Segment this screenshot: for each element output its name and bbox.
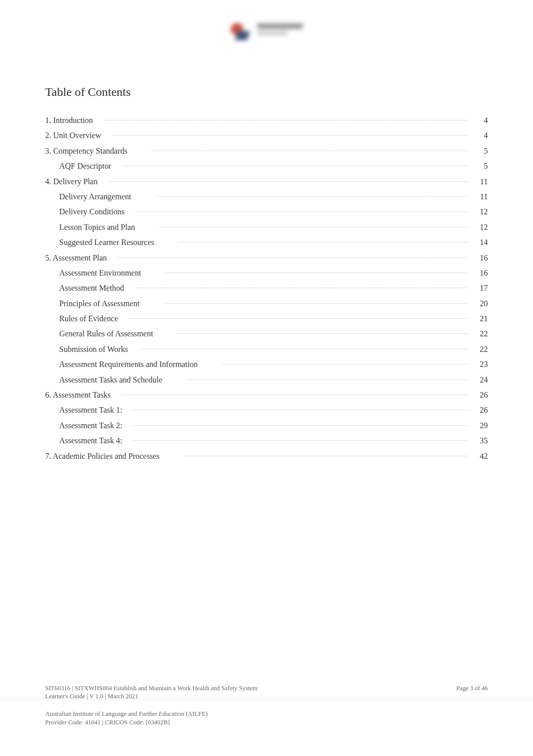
- footer-org: Australian Institute of Language and Fur…: [45, 710, 488, 727]
- toc-entry-label: Delivery Arrangement: [45, 189, 131, 204]
- toc-entry-page: 4: [475, 113, 488, 128]
- toc-entry-page: 5: [475, 144, 488, 159]
- toc-entry-page: 16: [475, 266, 488, 281]
- toc-entry-page: 17: [475, 281, 488, 296]
- toc-leader: [129, 318, 468, 319]
- toc-entry-label: Principles of Assessment: [45, 296, 140, 311]
- page-title: Table of Contents: [45, 85, 488, 99]
- toc-entry-label: Delivery Conditions: [45, 204, 124, 219]
- toc-entry: Submission of Works 22: [45, 342, 488, 357]
- table-of-contents: 1. Introduction 4 2. Unit Overview 4 3. …: [45, 113, 488, 464]
- toc-entry: Assessment Task 2: 29: [45, 418, 488, 433]
- header-logo: [230, 20, 303, 40]
- toc-entry-label: Assessment Requirements and Information: [45, 357, 198, 372]
- document-page: Table of Contents 1. Introduction 4 2. U…: [0, 0, 533, 756]
- toc-entry-page: 35: [475, 433, 488, 448]
- toc-entry-label: 5. Assessment Plan: [45, 250, 107, 266]
- toc-leader: [136, 211, 468, 212]
- toc-entry-page: 11: [475, 189, 488, 204]
- toc-entry: Assessment Tasks and Schedule 24: [45, 372, 488, 388]
- toc-entry-label: Assessment Task 4:: [45, 433, 122, 448]
- footer-doc-ref-line1: SIT60316 | SITXWHS004 Establish and Main…: [45, 684, 257, 693]
- toc-entry: Assessment Task 4: 35: [45, 433, 488, 448]
- footer-org-line2: Provider Code: 41041 | CRICOS Code: [034…: [45, 718, 488, 727]
- toc-leader: [118, 258, 468, 258]
- toc-entry: Assessment Environment 16: [45, 266, 488, 281]
- toc-entry-label: 3. Competency Standards: [45, 144, 127, 159]
- toc-leader: [222, 364, 468, 364]
- toc-entry-label: Assessment Environment: [45, 266, 141, 281]
- toc-entry-label: Assessment Task 2:: [45, 418, 122, 433]
- toc-entry: 1. Introduction 4: [45, 113, 488, 128]
- toc-leader: [139, 349, 468, 349]
- toc-leader: [164, 303, 468, 304]
- toc-entry: Lesson Topics and Plan 12: [45, 220, 488, 235]
- toc-entry-label: Rules of Evidence: [45, 311, 118, 326]
- toc-leader: [112, 135, 468, 136]
- toc-entry-page: 12: [475, 220, 488, 235]
- page-footer: SIT60316 | SITXWHS004 Establish and Main…: [45, 684, 488, 727]
- toc-leader: [134, 425, 468, 426]
- toc-entry-label: 6. Assessment Tasks: [45, 388, 111, 403]
- toc-entry-page: 26: [475, 403, 488, 418]
- toc-entry-label: 7. Academic Policies and Processes: [45, 449, 160, 464]
- toc-entry-label: Assessment Method: [45, 281, 124, 296]
- toc-entry: 6. Assessment Tasks 26: [45, 388, 488, 403]
- toc-entry-page: 11: [475, 174, 488, 189]
- toc-entry: 3. Competency Standards 5: [45, 144, 488, 159]
- toc-entry-label: 2. Unit Overview: [45, 128, 101, 143]
- toc-leader: [134, 410, 468, 410]
- toc-leader: [159, 227, 468, 227]
- footer-doc-ref-line2: Learner's Guide | V 1.0 | March 2021: [45, 692, 257, 701]
- toc-entry-page: 16: [475, 250, 488, 266]
- toc-entry-page: 12: [475, 204, 488, 219]
- toc-entry-label: 4. Delivery Plan: [45, 174, 97, 189]
- toc-entry-label: Lesson Topics and Plan: [45, 220, 135, 235]
- toc-entry: 7. Academic Policies and Processes 42: [45, 449, 488, 464]
- logo-mark-icon: [230, 20, 252, 40]
- toc-entry: Principles of Assessment 20: [45, 296, 488, 311]
- toc-entry: 4. Delivery Plan 11: [45, 174, 488, 189]
- toc-entry-page: 14: [475, 235, 488, 250]
- footer-page-number: Page 3 of 46: [456, 684, 488, 693]
- toc-leader: [186, 380, 468, 380]
- toc-leader: [165, 273, 468, 273]
- toc-entry-page: 26: [475, 388, 488, 403]
- toc-entry: Assessment Requirements and Information …: [45, 357, 488, 372]
- toc-entry: General Rules of Assessment 22: [45, 326, 488, 341]
- toc-leader: [122, 395, 468, 395]
- toc-entry-page: 5: [475, 159, 488, 174]
- toc-entry-page: 22: [475, 326, 488, 341]
- toc-leader: [135, 288, 468, 288]
- logo-text-placeholder: [257, 23, 303, 38]
- toc-entry: Delivery Arrangement 11: [45, 189, 488, 204]
- toc-entry-page: 24: [475, 372, 488, 388]
- toc-leader: [178, 242, 468, 242]
- toc-entry: 5. Assessment Plan 16: [45, 250, 488, 266]
- toc-entry-label: AQF Descriptor: [45, 159, 111, 174]
- toc-entry-label: General Rules of Assessment: [45, 326, 153, 341]
- toc-entry-label: Assessment Task 1:: [45, 403, 122, 418]
- footer-top-row: SIT60316 | SITXWHS004 Establish and Main…: [45, 684, 488, 701]
- toc-leader: [108, 181, 468, 182]
- toc-entry-label: Assessment Tasks and Schedule: [45, 372, 162, 388]
- toc-entry-page: 21: [475, 311, 488, 326]
- toc-entry: Rules of Evidence 21: [45, 311, 488, 326]
- toc-entry: Assessment Task 1: 26: [45, 403, 488, 418]
- toc-leader: [184, 456, 468, 456]
- toc-entry-page: 22: [475, 342, 488, 357]
- footer-doc-ref: SIT60316 | SITXWHS004 Establish and Main…: [45, 684, 257, 701]
- toc-entry-label: 1. Introduction: [45, 113, 93, 128]
- toc-entry: AQF Descriptor 5: [45, 159, 488, 174]
- toc-entry-page: 29: [475, 418, 488, 433]
- toc-leader: [177, 333, 468, 334]
- toc-leader: [104, 120, 468, 120]
- toc-leader: [156, 196, 468, 197]
- toc-entry-label: Submission of Works: [45, 342, 128, 357]
- toc-entry-label: Suggested Learner Resources: [45, 235, 154, 250]
- footer-org-line1: Australian Institute of Language and Fur…: [45, 710, 488, 718]
- toc-entry-page: 4: [475, 128, 488, 143]
- toc-entry: Suggested Learner Resources 14: [45, 235, 488, 250]
- toc-entry: Delivery Conditions 12: [45, 204, 488, 219]
- toc-leader: [152, 151, 468, 151]
